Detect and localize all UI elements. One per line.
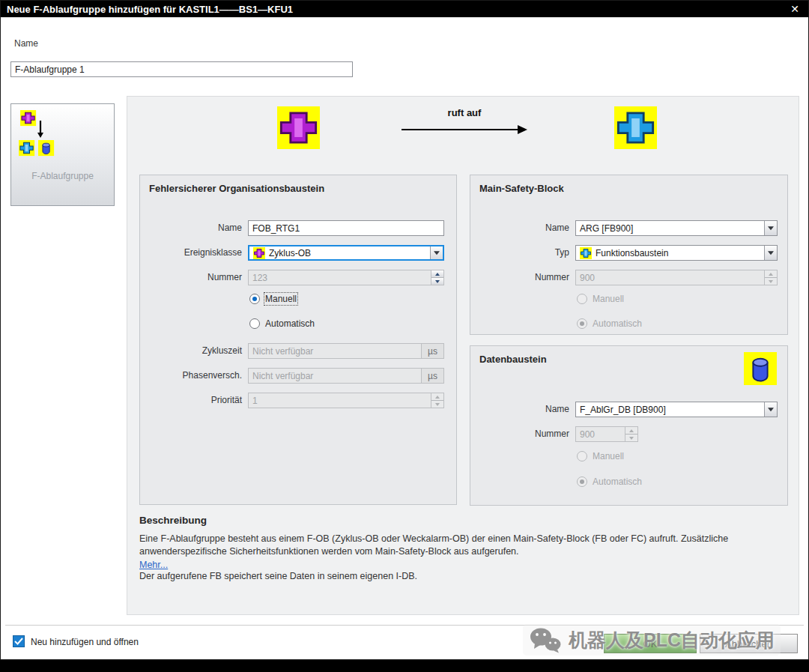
- msb-number-label: Nummer: [475, 272, 569, 282]
- msb-group-title: Main-Safety-Block: [479, 183, 564, 194]
- description-section: Beschreibung Eine F-Ablaufgruppe besteht…: [139, 515, 794, 583]
- db-name-dropdown-button[interactable]: [764, 402, 777, 417]
- more-link[interactable]: Mehr...: [139, 560, 168, 570]
- msb-type-value: Funktionsbaustein: [596, 248, 668, 258]
- funktionsbaustein-icon: [580, 247, 592, 259]
- fob-groupbox: Fehlersicherer Organisationsbaustein Nam…: [139, 175, 457, 505]
- wechat-icon: [529, 626, 562, 653]
- new-and-open-checkbox-label: Neu hinzufügen und öffnen: [31, 637, 139, 647]
- screen: Neue F-Ablaufgruppe hinzufügen für KASTI…: [0, 0, 809, 672]
- calls-relation: ruft auf: [397, 107, 532, 135]
- fob-group-title: Fehlersicherer Organisationsbaustein: [149, 183, 324, 194]
- fob-event-class-label: Ereignisklasse: [145, 247, 242, 258]
- db-number-label: Nummer: [475, 429, 569, 439]
- db-name-combobox[interactable]: F_AblGr_DB [DB900]: [575, 402, 778, 417]
- fob-cycle-time-unit: µs: [421, 344, 443, 358]
- radio-dot-icon: [577, 294, 587, 304]
- close-button[interactable]: ✕: [787, 3, 802, 15]
- sidebar-item-label: F-Ablaufgruppe: [11, 171, 114, 181]
- fob-number-label: Nummer: [145, 272, 242, 282]
- check-icon: [14, 638, 23, 645]
- zyklus-ob-icon: [253, 247, 265, 259]
- fob-phase-shift-label: Phasenversch.: [145, 370, 242, 381]
- fob-number-spinner[interactable]: [431, 270, 443, 285]
- db-number-spinner: [625, 427, 637, 441]
- f-ablaufgruppe-icon: [19, 110, 65, 158]
- msb-name-label: Name: [475, 223, 569, 233]
- fob-name-label: Name: [145, 223, 242, 233]
- new-and-open-checkbox[interactable]: [13, 635, 25, 647]
- sidebar-item-f-ablaufgruppe[interactable]: F-Ablaufgruppe: [10, 103, 115, 206]
- fob-number-input: 123: [248, 270, 444, 285]
- fob-name-input[interactable]: FOB_RTG1: [248, 220, 444, 236]
- radio-dot-icon: [249, 318, 260, 329]
- fob-cycle-time-label: Zykluszeit: [145, 345, 242, 356]
- msb-name-combobox[interactable]: ARG [FB900]: [575, 220, 778, 236]
- fob-manual-radio[interactable]: Manuell: [249, 294, 297, 304]
- radio-dot-icon: [577, 451, 587, 461]
- msb-type-label: Typ: [475, 247, 569, 258]
- fob-priority-spinner: [431, 393, 443, 408]
- radio-dot-icon: [577, 476, 587, 487]
- window-titlebar: Neue F-Ablaufgruppe hinzufügen für KASTI…: [1, 1, 808, 17]
- db-name-label: Name: [475, 404, 569, 414]
- radio-dot-icon: [577, 318, 587, 329]
- msb-type-combobox[interactable]: Funktionsbaustein: [575, 245, 778, 261]
- db-number-input: 900: [575, 426, 638, 442]
- fob-phase-shift-field: Nicht verfügbar µs: [248, 368, 444, 384]
- fob-event-class-combobox[interactable]: Zyklus-OB: [248, 245, 444, 261]
- db-automatic-radio: Automatisch: [577, 476, 642, 487]
- msb-type-dropdown-button[interactable]: [764, 246, 777, 260]
- dialog-window: Neue F-Ablaufgruppe hinzufügen für KASTI…: [0, 0, 809, 660]
- f-ob-icon: [277, 106, 320, 149]
- description-title: Beschreibung: [139, 515, 794, 526]
- fob-event-dropdown-button[interactable]: [430, 246, 443, 259]
- cancel-button[interactable]: Abbrechen: [700, 634, 798, 653]
- name-label: Name: [14, 38, 38, 49]
- db-manual-radio: Manuell: [577, 451, 624, 461]
- description-body: Eine F-Ablaufgruppe besteht aus einem F-…: [139, 533, 794, 558]
- fob-priority-field: 1: [248, 393, 444, 408]
- calls-arrow-icon: [402, 124, 527, 135]
- main-safety-block-groupbox: Main-Safety-Block Name ARG [FB900] Typ F: [470, 175, 788, 335]
- fob-priority-label: Priorität: [145, 395, 242, 405]
- main-safety-block-icon: [614, 106, 657, 149]
- fob-automatic-radio[interactable]: Automatisch: [249, 318, 315, 329]
- datenbaustein-icon: [744, 352, 777, 385]
- description-body2: Der aufgerufene FB speichert seine Daten…: [139, 570, 794, 583]
- msb-manual-radio: Manuell: [577, 294, 624, 304]
- main-panel: ruft auf Fehlersicherer Organisationsbau…: [127, 96, 799, 615]
- fob-event-class-value: Zyklus-OB: [269, 248, 311, 258]
- radio-dot-icon: [249, 294, 260, 304]
- ok-button[interactable]: OK: [604, 634, 697, 653]
- datenbaustein-groupbox: Datenbaustein Name F_AblGr_DB [DB900] Nu…: [470, 345, 788, 506]
- window-title: Neue F-Ablaufgruppe hinzufügen für KASTI…: [7, 4, 293, 15]
- msb-automatic-radio: Automatisch: [577, 318, 642, 329]
- db-group-title: Datenbaustein: [479, 354, 547, 365]
- footer-divider: [5, 625, 804, 626]
- msb-name-dropdown-button[interactable]: [764, 221, 777, 235]
- group-name-input[interactable]: [10, 61, 353, 77]
- fob-cycle-time-field: Nicht verfügbar µs: [248, 343, 444, 359]
- calls-caption: ruft auf: [448, 107, 482, 118]
- msb-number-spinner: [764, 270, 777, 285]
- fob-phase-shift-unit: µs: [421, 369, 443, 383]
- msb-number-input: 900: [575, 270, 778, 285]
